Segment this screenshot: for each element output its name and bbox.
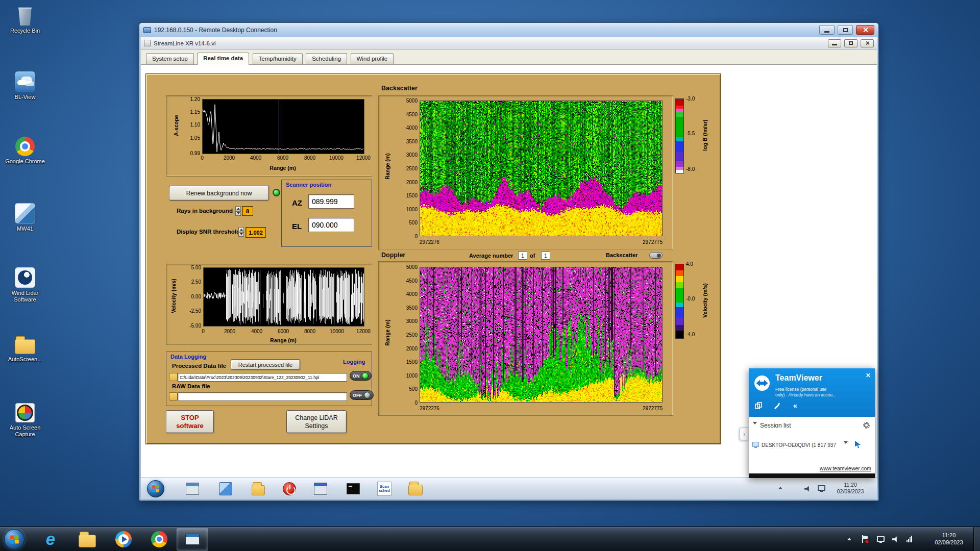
remote-start-button[interactable]: [147, 480, 164, 497]
doppler-graph: Range (m) 5000 4500 4000 3500 3000 2500 …: [378, 261, 673, 416]
tab-scheduling[interactable]: Scheduling: [306, 53, 347, 64]
taskbar-chrome-icon[interactable]: [148, 529, 171, 549]
app-titlebar[interactable]: StreamLine XR v14-6.vi: [141, 37, 877, 49]
teamviewer-sessions-icon[interactable]: [753, 401, 764, 410]
remote-taskbar-power-icon[interactable]: [282, 481, 297, 496]
remote-taskbar-console-icon[interactable]: [185, 481, 200, 496]
session-list-gear-icon[interactable]: [863, 422, 870, 429]
tray-display-icon[interactable]: [877, 536, 885, 542]
rays-spinner[interactable]: [235, 206, 241, 216]
remote-taskbar-cmd-icon[interactable]: [346, 481, 361, 496]
remote-taskbar-scan-sched-icon[interactable]: Scan sched: [377, 481, 392, 496]
remote-taskbar-mw41-icon[interactable]: [218, 481, 233, 496]
teamviewer-tools-icon[interactable]: [771, 401, 782, 410]
bs-ytick: 2000: [398, 180, 418, 185]
taskbar-explorer-icon[interactable]: [76, 529, 99, 549]
rays-value-field[interactable]: 8: [242, 206, 253, 216]
tray-flag-icon[interactable]: [862, 535, 868, 543]
tab-real-time-data[interactable]: Real time data: [197, 53, 249, 65]
remote-taskbar-folder-icon[interactable]: [251, 481, 266, 496]
bs-cbar-tick: -5.5: [686, 131, 703, 136]
tab-temp-humidity[interactable]: Temp/humidity: [253, 53, 303, 64]
change-lidar-settings-button[interactable]: Change LiDAR Settings: [286, 410, 347, 433]
app-close-button[interactable]: [861, 39, 874, 47]
desktop-icon-auto-screen-capture[interactable]: Auto Screen Capture: [1, 403, 49, 438]
raw-logging-toggle[interactable]: OFF: [350, 390, 374, 400]
restart-processed-file-button[interactable]: Restart processed file: [231, 359, 300, 370]
tray-network-icon[interactable]: [906, 536, 912, 542]
remote-display-icon[interactable]: [818, 485, 825, 491]
stop-software-button[interactable]: STOP software: [166, 410, 214, 433]
tray-expand-icon[interactable]: [847, 538, 851, 540]
remote-taskbar-system-icon[interactable]: [313, 481, 328, 496]
show-desktop-button[interactable]: [973, 527, 980, 551]
raw-path-field[interactable]: [178, 392, 347, 401]
backscatter-toggle[interactable]: [649, 252, 663, 259]
app-restore-button[interactable]: [844, 39, 857, 47]
velocity-x-axis-label: Range (m): [242, 337, 324, 343]
raw-path-browse-icon[interactable]: [169, 392, 178, 400]
vel-xtick: 0: [192, 329, 214, 334]
processed-path-browse-icon[interactable]: [169, 373, 178, 381]
desktop-icon-wind-lidar[interactable]: Wind Lidar Software: [1, 267, 49, 303]
desktop-icon-mw41[interactable]: MW41: [1, 203, 49, 232]
chrome-icon: [151, 531, 167, 547]
folder-icon: [15, 339, 35, 354]
processed-path-text: C:\Lidar\Data\Proc\2023\202309\20230902\…: [180, 375, 319, 380]
maximize-button[interactable]: [838, 25, 853, 35]
desktop-icon-bl-view[interactable]: BL-View: [1, 71, 49, 101]
taskbar-rdp-button[interactable]: [177, 528, 208, 550]
teamviewer-connect-cursor-icon[interactable]: [855, 441, 861, 448]
desktop-icon-google-chrome[interactable]: Google Chrome: [1, 137, 49, 165]
average-number-field[interactable]: 1: [518, 252, 527, 260]
close-button[interactable]: [856, 25, 874, 35]
app-minimize-button[interactable]: [828, 39, 841, 47]
dp-cbar-tick: 4.0: [686, 261, 703, 267]
teamviewer-link[interactable]: www.teamviewer.com: [820, 465, 871, 471]
start-button[interactable]: [4, 529, 24, 549]
velocity-graph: Velocity (m/s) 5.00 2.50 0.00 -2.50 -5.0…: [166, 264, 372, 345]
el-value-field[interactable]: 090.000: [308, 218, 354, 232]
dp-ytick: 4000: [398, 291, 418, 297]
renew-background-label: Renew background now: [186, 190, 252, 197]
tab-system-setup[interactable]: System setup: [146, 53, 194, 64]
snr-value-field[interactable]: 1.002: [246, 227, 266, 238]
session-list-expander-icon[interactable]: [753, 424, 757, 434]
remote-tray-expand-icon[interactable]: [778, 487, 782, 489]
taskbar-clock[interactable]: 11:20 02/09/2023: [927, 532, 971, 546]
session-list-header[interactable]: Session list: [760, 422, 791, 429]
processed-path-field[interactable]: C:\Lidar\Data\Proc\2023\202309\20230902\…: [178, 373, 347, 382]
taskbar-wmp-icon[interactable]: [112, 529, 135, 549]
remote-taskbar-explorer-icon[interactable]: [408, 481, 423, 496]
desktop-icon-recycle-bin[interactable]: Recycle Bin: [1, 5, 49, 34]
tray-volume-icon[interactable]: [892, 536, 899, 542]
wind-lidar-icon: [15, 267, 35, 288]
remote-volume-icon[interactable]: [804, 486, 811, 492]
rdp-titlebar[interactable]: 192.168.0.150 - Remote Desktop Connectio…: [139, 23, 878, 37]
teamviewer-close-icon[interactable]: [865, 372, 871, 378]
snr-spinner[interactable]: [238, 227, 244, 237]
average-total-field[interactable]: 1: [541, 252, 550, 260]
remote-taskbar-clock[interactable]: 11:20 02/09/2023: [831, 482, 870, 495]
renew-background-button[interactable]: Renew background now: [169, 186, 269, 201]
teamviewer-logo-icon: [754, 375, 770, 391]
desktop-icon-label: Google Chrome: [5, 158, 45, 165]
teamviewer-expand-tab[interactable]: ›: [740, 428, 748, 440]
settings-line1: Change LiDAR: [295, 414, 337, 422]
processed-logging-toggle[interactable]: ON: [350, 371, 372, 381]
teamviewer-collapse-icon[interactable]: «: [790, 401, 801, 410]
desktop-icon-autoscreen[interactable]: AutoScreen...: [1, 335, 49, 363]
tab-strip: System setup Real time data Temp/humidit…: [141, 49, 877, 65]
computer-dropdown-icon[interactable]: [844, 444, 848, 453]
vel-ytick: -2.50: [182, 308, 201, 314]
minimize-button[interactable]: [819, 25, 835, 35]
ascope-plot-canvas: [202, 99, 364, 154]
taskbar-ie-icon[interactable]: e: [39, 529, 62, 549]
ascope-xtick: 2000: [218, 155, 240, 161]
on-label: ON: [353, 373, 360, 379]
az-value-field[interactable]: 089.999: [308, 194, 354, 209]
tab-wind-profile[interactable]: Wind profile: [351, 53, 394, 64]
session-computer-row[interactable]: DESKTOP-OE0QDVI (1 817 937: [749, 439, 875, 452]
backscatter-graph: Range (m) 5000 4500 4000 3500 3000 2500 …: [378, 95, 673, 250]
bs-ytick: 3500: [398, 139, 418, 144]
